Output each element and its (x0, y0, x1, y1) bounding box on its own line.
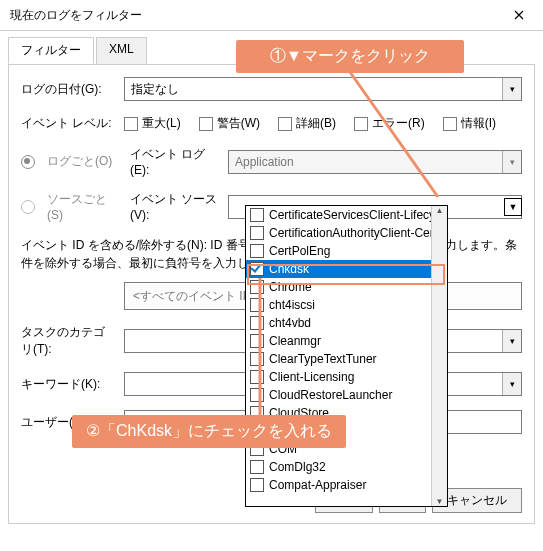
dropdown-item[interactable]: CertificateServicesClient-Lifecycle-Syst… (246, 206, 447, 224)
scroll-up-icon: ▲ (436, 206, 444, 215)
cb-critical[interactable]: 重大(L) (124, 115, 181, 132)
dropdown-item-label: Compat-Appraiser (269, 478, 366, 492)
dropdown-item[interactable]: Cleanmgr (246, 332, 447, 350)
dropdown-item-label: CloudRestoreLauncher (269, 388, 392, 402)
checkbox-icon (199, 117, 213, 131)
label-eventsources: イベント ソース(V): (130, 191, 220, 222)
label-task: タスクのカテゴリ(T): (21, 324, 116, 358)
cb-info[interactable]: 情報(I) (443, 115, 496, 132)
chevron-down-icon: ▾ (502, 78, 521, 100)
checkbox-icon (124, 117, 138, 131)
tab-xml[interactable]: XML (96, 37, 147, 64)
callout-1: ①▼マークをクリック (236, 40, 464, 73)
titlebar: 現在のログをフィルター (0, 0, 543, 31)
eventsources-dropdown[interactable]: CertificateServicesClient-Lifecycle-Syst… (245, 205, 448, 507)
checkbox-icon (250, 334, 264, 348)
label-bysource: ソースごと(S) (47, 191, 122, 222)
dropdown-item-label: CertificationAuthorityClient-CertEnroll (269, 226, 447, 240)
dropdown-item[interactable]: Chrome (246, 278, 447, 296)
dropdown-item[interactable]: CertPolEng (246, 242, 447, 260)
dropdown-item[interactable]: cht4iscsi (246, 296, 447, 314)
radio-bylog[interactable] (21, 155, 35, 169)
dropdown-item-label: Chrome (269, 280, 312, 294)
dropdown-item[interactable]: ClearTypeTextTuner (246, 350, 447, 368)
dialog-window: 現在のログをフィルター フィルター XML ログの日付(G): 指定なし ▾ イ… (0, 0, 543, 551)
label-eventlogs: イベント ログ(E): (130, 146, 220, 177)
dropdown-item-label: ComDlg32 (269, 460, 326, 474)
dropdown-item[interactable]: CertificationAuthorityClient-CertEnroll (246, 224, 447, 242)
dropdown-list: CertificateServicesClient-Lifecycle-Syst… (246, 206, 447, 506)
checkbox-icon (250, 244, 264, 258)
checkbox-icon (250, 460, 264, 474)
checkbox-icon (250, 478, 264, 492)
tab-filter[interactable]: フィルター (8, 37, 94, 64)
checkbox-icon (250, 316, 264, 330)
dropdown-item-label: Cleanmgr (269, 334, 321, 348)
checkbox-icon (250, 262, 264, 276)
checkbox-icon (278, 117, 292, 131)
row-level: イベント レベル: 重大(L) 警告(W) 詳細(B) エラー(R) 情報(I) (21, 115, 522, 132)
label-logged: ログの日付(G): (21, 81, 116, 98)
checkbox-icon (250, 388, 264, 402)
checkbox-icon (250, 352, 264, 366)
chevron-down-icon: ▾ (502, 373, 521, 395)
scrollbar[interactable]: ▲ ▼ (431, 206, 447, 506)
window-title: 現在のログをフィルター (10, 7, 142, 24)
cb-verbose[interactable]: 詳細(B) (278, 115, 336, 132)
dropdown-button[interactable]: ▼ (504, 198, 522, 216)
chevron-down-icon: ▾ (502, 330, 521, 352)
cb-error[interactable]: エラー(R) (354, 115, 425, 132)
label-level: イベント レベル: (21, 115, 116, 132)
row-bylog: ログごと(O) イベント ログ(E): Application ▾ (21, 146, 522, 177)
dropdown-item[interactable]: Client-Licensing (246, 368, 447, 386)
checkbox-icon (443, 117, 457, 131)
cb-warning[interactable]: 警告(W) (199, 115, 260, 132)
combo-logged[interactable]: 指定なし ▾ (124, 77, 522, 101)
dropdown-item-label: Client-Licensing (269, 370, 354, 384)
label-bylog: ログごと(O) (47, 153, 122, 170)
checkbox-icon (250, 298, 264, 312)
label-keywords: キーワード(K): (21, 376, 116, 393)
chevron-down-icon: ▾ (502, 151, 521, 173)
dropdown-item[interactable]: ComDlg32 (246, 458, 447, 476)
dropdown-item-label: CertPolEng (269, 244, 330, 258)
dropdown-item[interactable]: Compat-Appraiser (246, 476, 447, 494)
dropdown-item-label: cht4iscsi (269, 298, 315, 312)
combo-eventlogs[interactable]: Application ▾ (228, 150, 522, 174)
row-logged: ログの日付(G): 指定なし ▾ (21, 77, 522, 101)
scroll-down-icon: ▼ (436, 497, 444, 506)
checkbox-icon (250, 226, 264, 240)
close-button[interactable] (499, 3, 539, 27)
dropdown-item-label: CertificateServicesClient-Lifecycle-Syst… (269, 208, 447, 222)
callout-2: ②「ChKdsk」にチェックを入れる (72, 415, 346, 448)
dropdown-item[interactable]: cht4vbd (246, 314, 447, 332)
level-checkbox-group: 重大(L) 警告(W) 詳細(B) エラー(R) 情報(I) (124, 115, 522, 132)
checkbox-icon (250, 208, 264, 222)
combo-logged-value: 指定なし (125, 81, 502, 98)
dropdown-item-label: Chkdsk (269, 262, 309, 276)
checkbox-icon (354, 117, 368, 131)
checkbox-icon (250, 280, 264, 294)
dropdown-item[interactable]: Chkdsk (246, 260, 447, 278)
close-icon (514, 10, 524, 20)
dropdown-item-label: cht4vbd (269, 316, 311, 330)
dropdown-item-label: ClearTypeTextTuner (269, 352, 377, 366)
checkbox-icon (250, 370, 264, 384)
radio-bysource[interactable] (21, 200, 35, 214)
dropdown-item[interactable]: CloudRestoreLauncher (246, 386, 447, 404)
combo-eventlogs-value: Application (229, 155, 502, 169)
